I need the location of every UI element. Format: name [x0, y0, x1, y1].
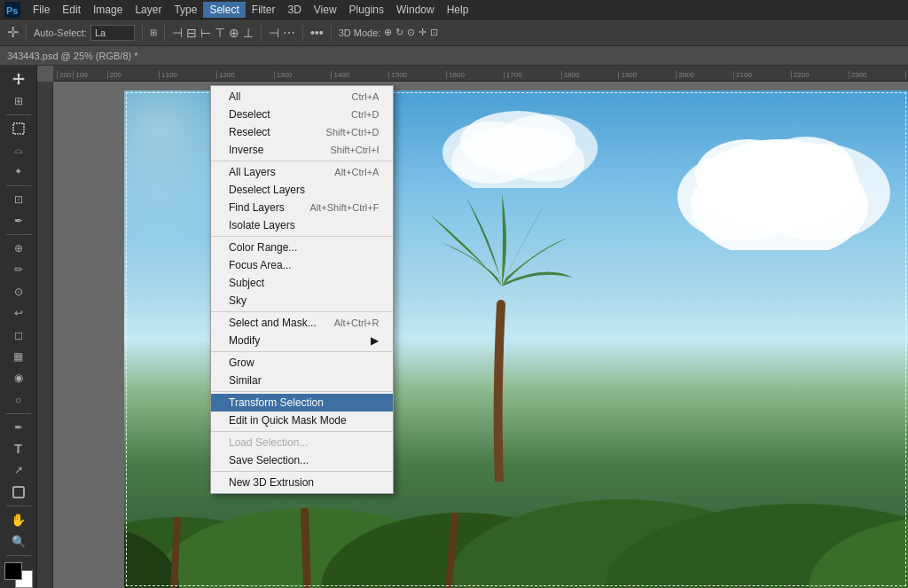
tools-panel: ⊞ ⌓ ✦ ⊡ ✒ ⊕ ✏ ⊙ ↩ ◻ ▦ ◉ ○ ✒ T ↗ ✋ 🔍 [0, 66, 37, 588]
menu-item-reselect-label: Reselect [229, 126, 270, 138]
menu-item-all-label: All [229, 90, 240, 103]
menu-item-edit-quick-mask[interactable]: Edit in Quick Mask Mode [211, 412, 393, 429]
eyedropper-tool[interactable]: ✒ [5, 211, 32, 231]
artboard-tool[interactable]: ⊞ [5, 90, 32, 110]
menu-item-isolate-layers[interactable]: Isolate Layers [211, 216, 393, 234]
menu-type[interactable]: Type [168, 2, 203, 18]
menu-item-reselect[interactable]: Reselect Shift+Ctrl+D [211, 123, 393, 141]
pen-tool[interactable]: ✒ [5, 418, 32, 437]
3d-pan-icon[interactable]: ✛ [419, 27, 427, 38]
eraser-tool[interactable]: ◻ [5, 325, 32, 344]
heal-tool[interactable]: ⊕ [5, 239, 32, 258]
shape-tool[interactable] [5, 482, 32, 502]
tool-separator-4 [6, 413, 31, 414]
menu-item-inverse[interactable]: Inverse Shift+Ctrl+I [211, 141, 393, 159]
marquee-tool[interactable] [5, 119, 32, 138]
3d-orbit-icon[interactable]: ⊙ [407, 27, 415, 38]
menu-select[interactable]: Select [203, 2, 245, 18]
3d-rotate-icon[interactable]: ↻ [395, 27, 403, 38]
menu-section-layers: All Layers Alt+Ctrl+A Deselect Layers Fi… [211, 161, 393, 237]
menu-item-select-and-mask[interactable]: Select and Mask... Alt+Ctrl+R [211, 314, 393, 332]
brush-tool[interactable]: ✏ [5, 260, 32, 279]
crop-tool[interactable]: ⊡ [5, 189, 32, 208]
menu-section-grow: Grow Similar [211, 352, 393, 392]
color-swatches [3, 562, 35, 588]
menu-item-grow[interactable]: Grow [211, 354, 393, 372]
menu-3d[interactable]: 3D [281, 2, 307, 18]
distribute-h-icon[interactable]: ⋯ [283, 26, 295, 40]
vertical-ruler [37, 82, 53, 588]
menu-item-modify[interactable]: Modify ▶ [211, 332, 393, 349]
clone-stamp-tool[interactable]: ⊙ [5, 282, 32, 302]
main-area: ⊞ ⌓ ✦ ⊡ ✒ ⊕ ✏ ⊙ ↩ ◻ ▦ ◉ ○ ✒ T ↗ ✋ 🔍 [0, 66, 908, 588]
align-center-h-icon[interactable]: ⊟ [186, 26, 197, 40]
menu-item-deselect-layers[interactable]: Deselect Layers [211, 181, 393, 199]
dodge-tool[interactable]: ○ [5, 389, 32, 409]
menu-item-subject[interactable]: Subject [211, 274, 393, 292]
foreground-color-swatch[interactable] [4, 562, 22, 580]
menu-edit[interactable]: Edit [56, 2, 87, 18]
3d-slide-icon[interactable]: ⊡ [430, 27, 438, 38]
menu-item-inverse-shortcut: Shift+Ctrl+I [330, 145, 379, 155]
menu-item-focus-area[interactable]: Focus Area... [211, 256, 393, 274]
menu-file[interactable]: File [27, 2, 56, 18]
menu-item-deselect-layers-label: Deselect Layers [229, 184, 305, 196]
menu-section-selection-io: Load Selection... Save Selection... [211, 432, 393, 472]
menu-item-select-and-mask-label: Select and Mask... [229, 317, 317, 329]
menu-item-load-selection-label: Load Selection... [229, 436, 308, 449]
menu-window[interactable]: Window [390, 2, 441, 18]
distribute-left-icon[interactable]: ⊣ [269, 26, 279, 40]
magic-wand-tool[interactable]: ✦ [5, 161, 32, 181]
menu-section-basic-select: All Ctrl+A Deselect Ctrl+D Reselect Shif… [211, 86, 393, 161]
svg-rect-3 [13, 487, 24, 498]
menu-section-transform: Transform Selection Edit in Quick Mask M… [211, 392, 393, 432]
menu-item-all-layers[interactable]: All Layers Alt+Ctrl+A [211, 163, 393, 181]
menu-layer[interactable]: Layer [129, 2, 168, 18]
menu-plugins[interactable]: Plugins [343, 2, 390, 18]
align-top-icon[interactable]: ⊤ [215, 26, 225, 40]
menu-item-new-3d-extrusion[interactable]: New 3D Extrusion [211, 474, 393, 491]
menu-item-transform-selection[interactable]: Transform Selection [211, 394, 393, 412]
menu-item-find-layers[interactable]: Find Layers Alt+Shift+Ctrl+F [211, 199, 393, 216]
menu-item-isolate-layers-label: Isolate Layers [229, 219, 295, 231]
menu-section-mask: Select and Mask... Alt+Ctrl+R Modify ▶ [211, 312, 393, 352]
menu-item-save-selection-label: Save Selection... [229, 454, 309, 466]
align-center-v-icon[interactable]: ⊕ [229, 26, 239, 40]
menu-image[interactable]: Image [87, 2, 129, 18]
path-select-tool[interactable]: ↗ [5, 460, 32, 480]
menu-view[interactable]: View [308, 2, 343, 18]
history-brush-tool[interactable]: ↩ [5, 303, 32, 323]
menu-item-find-layers-label: Find Layers [229, 201, 285, 214]
tool-separator-3 [6, 234, 31, 235]
align-left-icon[interactable]: ⊣ [172, 26, 183, 40]
blur-tool[interactable]: ◉ [5, 368, 32, 388]
tool-separator-1 [6, 114, 31, 115]
align-right-icon[interactable]: ⊢ [200, 26, 211, 40]
menu-item-select-and-mask-shortcut: Alt+Ctrl+R [334, 318, 380, 328]
more-options-icon[interactable]: ••• [310, 26, 324, 40]
menu-item-deselect[interactable]: Deselect Ctrl+D [211, 106, 393, 123]
menu-section-3d: New 3D Extrusion [211, 472, 393, 493]
menu-item-all-shortcut: Ctrl+A [352, 91, 380, 102]
menu-help[interactable]: Help [441, 2, 475, 18]
move-tool[interactable] [5, 69, 32, 89]
menu-item-similar-label: Similar [229, 374, 262, 387]
zoom-tool[interactable]: 🔍 [5, 531, 32, 551]
menu-item-all[interactable]: All Ctrl+A [211, 88, 393, 106]
auto-select-input[interactable] [90, 25, 135, 41]
hand-tool[interactable]: ✋ [5, 510, 32, 529]
gradient-tool[interactable]: ▦ [5, 347, 32, 366]
app-logo: Ps [4, 1, 21, 19]
menu-item-inverse-label: Inverse [229, 144, 263, 156]
align-bottom-icon[interactable]: ⊥ [243, 26, 254, 40]
lasso-tool[interactable]: ⌓ [5, 140, 32, 160]
menu-filter[interactable]: Filter [246, 2, 282, 18]
menu-item-sky[interactable]: Sky [211, 292, 393, 310]
menu-item-similar[interactable]: Similar [211, 372, 393, 389]
type-tool[interactable]: T [5, 439, 32, 459]
menu-item-save-selection[interactable]: Save Selection... [211, 451, 393, 469]
menu-item-color-range[interactable]: Color Range... [211, 239, 393, 256]
menu-item-deselect-label: Deselect [229, 108, 270, 121]
menu-item-find-layers-shortcut: Alt+Shift+Ctrl+F [310, 202, 380, 213]
3d-mode-icon[interactable]: ⊕ [384, 27, 392, 38]
